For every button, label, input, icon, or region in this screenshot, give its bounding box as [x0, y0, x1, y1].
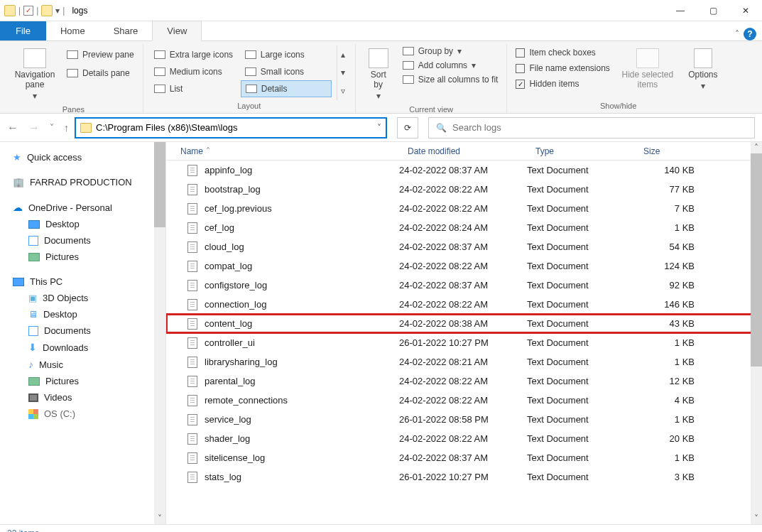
- size-columns-icon: [403, 75, 414, 84]
- pictures-icon: [28, 253, 40, 261]
- item-check-boxes-toggle[interactable]: Item check boxes: [513, 47, 612, 58]
- chevron-down-icon: ▾: [701, 81, 705, 91]
- ribbon: Navigation pane ▾ Preview pane Details p…: [0, 41, 762, 114]
- scroll-up-icon[interactable]: ˄: [751, 142, 762, 153]
- navigation-pane-button[interactable]: Navigation pane ▾: [10, 45, 60, 104]
- search-input[interactable]: [452, 122, 747, 133]
- tree-od-desktop[interactable]: Desktop: [0, 216, 165, 232]
- file-date: 24-02-2022 08:24 AM: [399, 222, 527, 233]
- file-row[interactable]: content_log24-02-2022 08:38 AMText Docum…: [166, 314, 762, 333]
- file-row[interactable]: connection_log24-02-2022 08:22 AMText Do…: [166, 295, 762, 314]
- address-bar[interactable]: ˅: [75, 117, 387, 139]
- folder-icon: [41, 5, 53, 16]
- file-row[interactable]: remote_connections24-02-2022 08:22 AMTex…: [166, 391, 762, 410]
- tree-pc-pictures[interactable]: Pictures: [0, 373, 165, 389]
- home-tab[interactable]: Home: [46, 21, 99, 40]
- tree-pc-documents[interactable]: Documents: [0, 322, 165, 339]
- file-date: 24-02-2022 08:22 AM: [399, 395, 527, 406]
- add-columns-button[interactable]: Add columns▾: [400, 60, 501, 71]
- tree-pc-music[interactable]: ♪Music: [0, 356, 165, 373]
- nav-scrollbar[interactable]: ˄ ˅: [154, 142, 165, 524]
- tree-3d-objects[interactable]: ▣3D Objects: [0, 290, 165, 306]
- forward-button[interactable]: →: [28, 121, 40, 134]
- tree-od-documents[interactable]: Documents: [0, 232, 165, 249]
- col-date[interactable]: Date modified: [399, 146, 527, 156]
- scroll-thumb[interactable]: [154, 142, 165, 227]
- hidden-items-toggle[interactable]: ✓Hidden items: [513, 78, 612, 89]
- file-date: 24-02-2022 08:22 AM: [399, 203, 527, 214]
- large-icons-button[interactable]: Large icons: [241, 46, 332, 63]
- file-date: 24-02-2022 08:37 AM: [399, 452, 527, 463]
- tree-farrad[interactable]: 🏢FARRAD PRODUCTION: [0, 174, 165, 190]
- folder-icon: [80, 123, 92, 133]
- list-button[interactable]: List: [150, 80, 241, 97]
- details-view-button[interactable]: Details: [241, 80, 332, 97]
- share-tab[interactable]: Share: [99, 21, 153, 40]
- file-row[interactable]: appinfo_log24-02-2022 08:37 AMText Docum…: [166, 161, 762, 180]
- tree-quick-access[interactable]: ★Quick access: [0, 149, 165, 165]
- lg-icons-icon: [245, 50, 256, 59]
- file-row[interactable]: service_log26-01-2022 08:58 PMText Docum…: [166, 410, 762, 429]
- tree-this-pc[interactable]: This PC: [0, 273, 165, 290]
- tree-pc-videos[interactable]: Videos: [0, 389, 165, 406]
- tree-pc-os[interactable]: OS (C:): [0, 406, 165, 422]
- file-row[interactable]: librarysharing_log24-02-2022 08:21 AMTex…: [166, 352, 762, 371]
- collapse-ribbon-icon[interactable]: ˄: [735, 29, 739, 39]
- recent-locations-button[interactable]: ˅: [50, 123, 54, 133]
- tree-pc-desktop[interactable]: 🖥Desktop: [0, 306, 165, 322]
- chevron-down-icon[interactable]: ▾: [55, 6, 60, 16]
- file-row[interactable]: cef_log24-02-2022 08:24 AMText Document1…: [166, 218, 762, 237]
- tree-pc-downloads[interactable]: ⬇Downloads: [0, 339, 165, 356]
- file-row[interactable]: shader_log24-02-2022 08:22 AMText Docume…: [166, 429, 762, 448]
- minimize-button[interactable]: —: [664, 0, 697, 21]
- help-icon[interactable]: ?: [744, 28, 756, 40]
- extra-large-icons-button[interactable]: Extra large icons: [150, 46, 241, 63]
- details-pane-button[interactable]: Details pane: [64, 67, 137, 80]
- file-type: Text Document: [527, 241, 635, 252]
- chevron-down-icon[interactable]: ˅: [377, 123, 381, 133]
- file-row[interactable]: bootstrap_log24-02-2022 08:22 AMText Doc…: [166, 180, 762, 199]
- options-button[interactable]: Options ▾: [682, 45, 724, 94]
- group-by-button[interactable]: Group by▾: [400, 45, 501, 57]
- file-row[interactable]: stats_log26-01-2022 10:27 PMText Documen…: [166, 467, 762, 487]
- scroll-thumb[interactable]: [751, 153, 762, 367]
- file-row[interactable]: cloud_log24-02-2022 08:37 AMText Documen…: [166, 237, 762, 256]
- file-row[interactable]: sitelicense_log24-02-2022 08:37 AMText D…: [166, 448, 762, 467]
- search-box[interactable]: 🔍: [428, 117, 755, 139]
- tree-od-pictures[interactable]: Pictures: [0, 249, 165, 265]
- file-row[interactable]: parental_log24-02-2022 08:22 AMText Docu…: [166, 371, 762, 391]
- videos-icon: [28, 393, 38, 402]
- medium-icons-button[interactable]: Medium icons: [150, 63, 241, 80]
- properties-icon[interactable]: ✓: [23, 6, 33, 16]
- file-row[interactable]: compat_log24-02-2022 08:22 AMText Docume…: [166, 256, 762, 276]
- size-columns-button[interactable]: Size all columns to fit: [400, 74, 501, 85]
- file-row[interactable]: controller_ui26-01-2022 10:27 PMText Doc…: [166, 333, 762, 352]
- refresh-button[interactable]: ⟳: [397, 117, 418, 139]
- col-name[interactable]: Name˄: [166, 146, 399, 156]
- file-row[interactable]: cef_log.previous24-02-2022 08:22 AMText …: [166, 199, 762, 218]
- scroll-down-icon[interactable]: ˅: [751, 513, 762, 524]
- col-size[interactable]: Size: [635, 146, 703, 156]
- file-type: Text Document: [527, 414, 635, 425]
- file-scrollbar[interactable]: ˄ ˅: [751, 142, 762, 524]
- file-type: Text Document: [527, 472, 635, 482]
- back-button[interactable]: ←: [7, 121, 18, 134]
- close-button[interactable]: ✕: [729, 0, 762, 21]
- layout-gallery-more[interactable]: ▴▾▿: [337, 45, 349, 100]
- up-button[interactable]: ↑: [64, 122, 69, 134]
- col-type[interactable]: Type: [527, 146, 635, 156]
- file-row[interactable]: configstore_log24-02-2022 08:37 AMText D…: [166, 276, 762, 295]
- small-icons-button[interactable]: Small icons: [241, 63, 332, 80]
- file-tab[interactable]: File: [0, 21, 46, 40]
- view-tab[interactable]: View: [152, 21, 202, 41]
- ribbon-tabs: File Home Share View ˄ ?: [0, 21, 762, 41]
- maximize-button[interactable]: ▢: [697, 0, 729, 21]
- preview-pane-button[interactable]: Preview pane: [64, 48, 137, 61]
- scroll-down-icon[interactable]: ˅: [154, 513, 165, 524]
- address-input[interactable]: [96, 122, 373, 133]
- hide-selected-button[interactable]: Hide selected items: [617, 45, 678, 92]
- sort-by-button[interactable]: Sort by ▾: [361, 45, 396, 104]
- desktop-icon: [28, 220, 40, 229]
- tree-onedrive[interactable]: ☁OneDrive - Personal: [0, 199, 165, 216]
- file-name-extensions-toggle[interactable]: File name extensions: [513, 63, 612, 74]
